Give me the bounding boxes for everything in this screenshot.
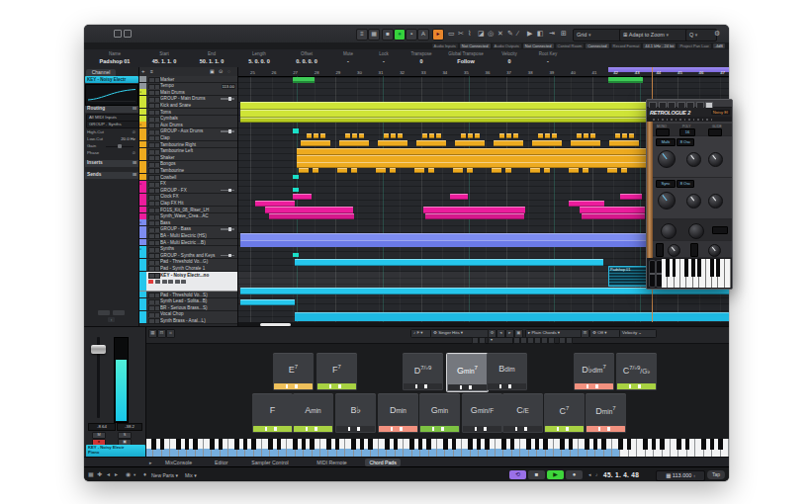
track-name[interactable]: Main Drums	[160, 90, 235, 96]
piano-black-key[interactable]	[666, 259, 670, 277]
inspector-section-routing[interactable]: Routing⊟	[85, 106, 138, 113]
lower-tab-sampler-control[interactable]: Sampler Control	[247, 459, 292, 466]
mini-toggle-icon[interactable]	[513, 337, 520, 344]
piano-black-key[interactable]	[351, 439, 356, 450]
setup-toolbar-icon[interactable]: ⚙	[714, 29, 720, 39]
parts-mode-dropdown[interactable]: New Parts ▾	[151, 472, 178, 478]
tambourine-part[interactable]	[453, 168, 463, 173]
track-name[interactable]: KEY - Noisy Electr...no	[160, 273, 235, 279]
mini-toggle-icon[interactable]	[479, 337, 486, 344]
track-control-button[interactable]	[175, 280, 180, 284]
clap-part[interactable]	[622, 133, 627, 138]
pads-view-icon[interactable]: ⊟	[157, 329, 166, 338]
lower-tab-chord-pads[interactable]: Chord Pads	[365, 459, 400, 466]
punch-icon[interactable]: ✚	[97, 471, 102, 478]
lower-tab-editor[interactable]: Editor	[211, 459, 232, 466]
piano-black-key[interactable]	[243, 439, 248, 450]
marker-part[interactable]	[608, 77, 643, 83]
track-name[interactable]: FO1S_Kit_08_Riser_LH	[160, 208, 235, 213]
tambourine-right-part[interactable]	[416, 140, 446, 147]
noise-level-knob[interactable]	[668, 244, 680, 257]
status-chip-value[interactable]: -4dB	[713, 43, 725, 48]
piano-black-key[interactable]	[302, 439, 307, 450]
piano-black-key[interactable]	[394, 439, 399, 450]
track-name[interactable]: Clap	[160, 135, 235, 141]
play-tool-icon[interactable]: ▶	[527, 29, 532, 39]
tap-tempo-button[interactable]: Tap	[707, 470, 725, 479]
tambourine-part[interactable]	[492, 168, 501, 173]
glue-tool-icon[interactable]: ⌇	[468, 29, 471, 39]
mute-button[interactable]	[98, 310, 110, 315]
transport-position[interactable]: 45. 1. 4. 48	[603, 471, 639, 478]
cycle-button[interactable]: ⟲	[509, 470, 526, 479]
piano-black-key[interactable]	[501, 439, 506, 450]
info-field-value[interactable]: -	[369, 58, 399, 64]
piano-black-key[interactable]	[176, 439, 181, 450]
chord-assistant-icon[interactable]: ▦	[148, 329, 157, 338]
piano-black-key[interactable]	[160, 439, 165, 450]
gain-row[interactable]: Gain	[86, 143, 136, 149]
mini-toggle-icon[interactable]	[527, 337, 534, 344]
osc1-shape-knob[interactable]	[686, 152, 701, 167]
tambourine-right-part[interactable]	[532, 140, 562, 147]
track-name[interactable]: BA - Multi Electric ...B)	[160, 240, 235, 246]
track-name[interactable]: Tambourine Right	[160, 142, 235, 148]
piano-black-key[interactable]	[710, 439, 715, 450]
line-tool-icon[interactable]: ∕	[517, 29, 518, 39]
volume-fader-handle[interactable]	[91, 345, 106, 354]
tambourine-right-part[interactable]	[339, 140, 369, 147]
clap-part[interactable]	[422, 133, 427, 138]
piano-black-key[interactable]	[426, 439, 431, 450]
history-button[interactable]: ▦	[368, 29, 380, 41]
poly-value[interactable]: 16	[679, 128, 695, 136]
pane-divider[interactable]	[138, 67, 139, 326]
synth-wave-part[interactable]	[582, 213, 645, 219]
piano-black-key[interactable]	[485, 439, 490, 450]
piano-black-key[interactable]	[618, 439, 623, 450]
synth-wave-part[interactable]	[269, 213, 354, 219]
gain-slider-handle[interactable]	[118, 144, 122, 148]
plugin-preset-name[interactable]: Noisy El	[711, 110, 730, 115]
tambourine-part[interactable]	[428, 168, 434, 173]
clap-part[interactable]	[384, 133, 389, 138]
next-marker-icon[interactable]: ▸	[115, 471, 118, 478]
piano-black-key[interactable]	[409, 439, 414, 450]
info-field-root-key[interactable]: Root Key-	[531, 51, 565, 64]
info-field-value[interactable]: 5. 0. 0. 0	[238, 58, 280, 64]
track-name[interactable]: Vocal Chop	[160, 311, 235, 317]
pane-divider[interactable]	[237, 67, 238, 326]
clap-part[interactable]	[475, 133, 480, 138]
record-mode-icon[interactable]: ◉	[126, 471, 131, 478]
output-routing-dropdown[interactable]: GROUP - Synths	[86, 121, 139, 128]
clap-part[interactable]	[513, 133, 518, 138]
tambourine-part[interactable]	[299, 168, 309, 173]
record-mode-arrow-icon[interactable]: ▾	[134, 471, 135, 478]
adaptive-voicing-dropdown[interactable]: ⚙ Off ▾	[589, 329, 621, 338]
collapse-icon[interactable]: ⊟	[133, 106, 136, 113]
noise-color-knob[interactable]	[708, 244, 721, 257]
riser-part[interactable]	[265, 207, 353, 213]
tambourine-part[interactable]	[607, 168, 617, 173]
tambourine-part[interactable]	[313, 168, 318, 173]
solo-button[interactable]: S	[118, 432, 132, 439]
tambourine-part[interactable]	[467, 168, 473, 173]
updown-icon[interactable]: ↕	[108, 317, 115, 322]
tune-switch[interactable]	[656, 243, 664, 257]
padshop-part[interactable]: Padshop 01	[608, 266, 648, 287]
piano-black-key[interactable]	[219, 439, 224, 450]
marker-part[interactable]	[293, 77, 315, 83]
piano-black-key[interactable]	[526, 439, 531, 450]
info-field-value[interactable]: -	[333, 58, 363, 64]
player-setup-icon[interactable]: ⊞	[581, 329, 589, 338]
track-name[interactable]: Synth Lead - Solita...B)	[160, 298, 235, 304]
window-control-icon[interactable]	[114, 30, 122, 38]
tempo-display[interactable]: ▦ 113.000 ↕	[656, 470, 705, 481]
range-tool-icon[interactable]: ▭	[448, 29, 455, 39]
piano-black-key[interactable]	[268, 439, 273, 450]
chord-pad[interactable]: Bdim	[487, 353, 527, 390]
piano-black-key[interactable]	[593, 439, 598, 450]
tambourine-part[interactable]	[569, 168, 579, 173]
slider-handle[interactable]	[228, 227, 231, 231]
info-field-value[interactable]: 0	[405, 58, 438, 64]
tambourine-part[interactable]	[390, 168, 396, 173]
